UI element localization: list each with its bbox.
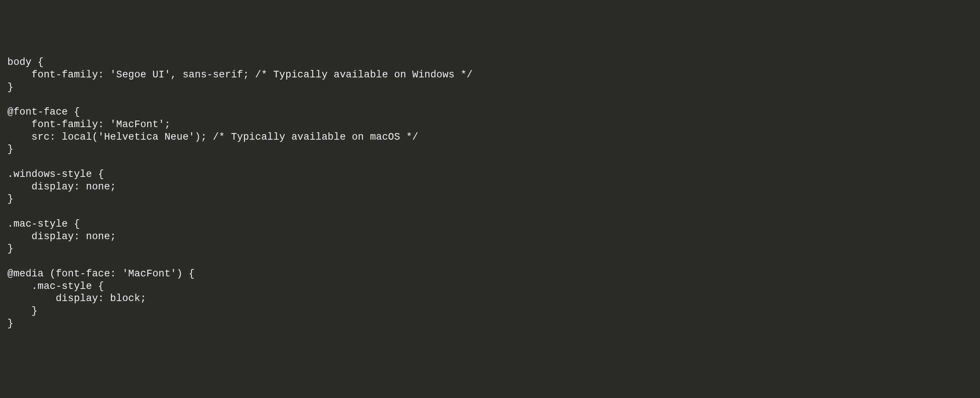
code-line: .mac-style { (7, 218, 973, 231)
code-line (7, 255, 973, 268)
code-line: @font-face { (7, 106, 973, 119)
code-line: } (7, 318, 973, 330)
code-line: } (7, 143, 973, 156)
code-block: body { font-family: 'Segoe UI', sans-ser… (7, 56, 973, 330)
code-line: } (7, 193, 973, 205)
code-line: body { (7, 56, 973, 69)
code-line: .mac-style { (7, 280, 973, 293)
code-line: display: block; (7, 293, 973, 305)
code-line: } (7, 243, 973, 255)
code-line: display: none; (7, 231, 973, 243)
code-line: } (7, 305, 973, 318)
code-line: font-family: 'Segoe UI', sans-serif; /* … (7, 69, 973, 81)
code-line: @media (font-face: 'MacFont') { (7, 268, 973, 280)
code-line: } (7, 81, 973, 94)
code-line: display: none; (7, 181, 973, 193)
code-line: font-family: 'MacFont'; (7, 119, 973, 131)
code-line (7, 156, 973, 169)
code-line (7, 205, 973, 218)
code-line (7, 94, 973, 106)
code-line: src: local('Helvetica Neue'); /* Typical… (7, 131, 973, 144)
code-line: .windows-style { (7, 169, 973, 181)
